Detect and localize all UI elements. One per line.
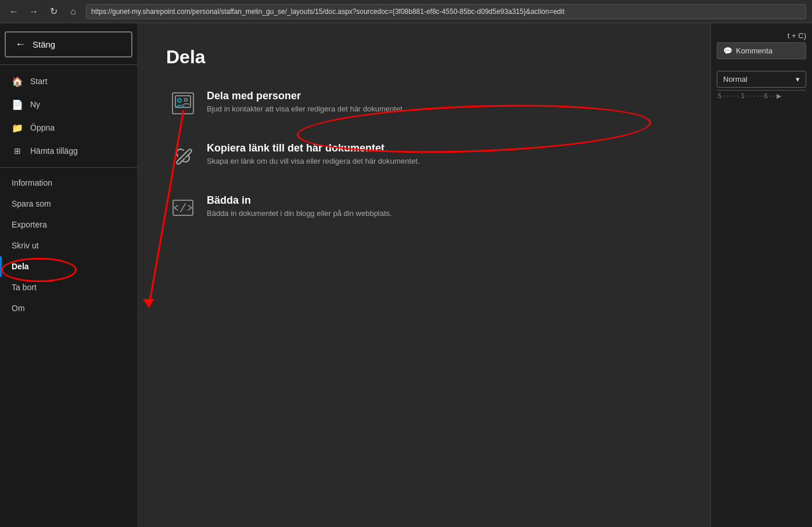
- share-option-text-3: Bädda in Bädda in dokumentet i din blogg…: [207, 194, 392, 218]
- share-option-badda-in[interactable]: Bädda in Bädda in dokumentet i din blogg…: [166, 190, 681, 225]
- ruler-bar: 5 · · · · · 1 · · · · · 6 · · ▶: [717, 90, 806, 102]
- home-icon: 🏠: [12, 75, 23, 87]
- share-people-icon: [171, 91, 195, 115]
- svg-marker-6: [143, 299, 155, 308]
- addins-icon: ⊞: [12, 145, 23, 157]
- chevron-down-icon: ▾: [796, 75, 800, 84]
- right-panel: t + C) 💬 Kommenta Normal ▾ 5 · · · · · 1…: [710, 23, 812, 527]
- kommentera-label: Kommenta: [736, 46, 773, 55]
- ruler-text: 5 · · · · · 1 · · · · · 6 · · ▶: [718, 92, 781, 100]
- sidebar-item-label: Ta bort: [12, 283, 37, 292]
- comment-icon: 💬: [723, 46, 732, 55]
- sidebar-item-label: Information: [12, 178, 52, 187]
- share-option-text: Dela med personer Bjud in kontakter att …: [207, 90, 404, 113]
- refresh-button[interactable]: ↻: [45, 3, 62, 20]
- sidebar-item-label: Dela: [12, 262, 29, 271]
- sidebar-item-ta-bort[interactable]: Ta bort: [0, 277, 137, 298]
- sidebar-item-start[interactable]: 🏠 Start: [0, 70, 137, 93]
- new-doc-icon: 📄: [12, 99, 23, 110]
- share-option-text-2: Kopiera länk till det här dokumentet Ska…: [207, 142, 419, 165]
- sidebar-item-information[interactable]: Information: [0, 172, 137, 193]
- sidebar-item-label: Exportera: [12, 220, 47, 229]
- browser-bar: ← → ↻ ⌂ https://gunet-my.sharepoint.com/…: [0, 0, 812, 23]
- share-option-description-2: Skapa en länk om du vill visa eller redi…: [207, 157, 419, 165]
- sidebar-item-label: Öppna: [30, 123, 55, 132]
- url-text: https://gunet-my.sharepoint.com/personal…: [91, 8, 565, 16]
- sidebar: ← Stäng 🏠 Start 📄 Ny 📁 Öppna ⊞ Hämta til…: [0, 23, 137, 527]
- svg-point-2: [178, 99, 181, 102]
- content-area: Dela Dela med personer Bjud in kontakter…: [137, 23, 710, 527]
- share-option-title: Dela med personer: [207, 90, 404, 102]
- browser-nav: ← → ↻ ⌂: [6, 3, 81, 20]
- embed-icon: [171, 196, 195, 220]
- share-option-title-2: Kopiera länk till det här dokumentet: [207, 142, 419, 154]
- sidebar-divider: [0, 64, 137, 65]
- shortcut-hint: t + C): [717, 29, 806, 42]
- sidebar-item-ny[interactable]: 📄 Ny: [0, 93, 137, 116]
- sidebar-divider-2: [0, 167, 137, 168]
- sidebar-item-label: Spara som: [12, 199, 51, 208]
- forward-button[interactable]: →: [26, 3, 42, 20]
- copy-link-icon: [171, 143, 195, 168]
- sidebar-item-label: Start: [30, 77, 48, 86]
- share-option-description-3: Bädda in dokumentet i din blogg eller på…: [207, 209, 392, 218]
- folder-icon: 📁: [12, 122, 23, 133]
- sidebar-item-label: Ny: [30, 100, 40, 109]
- sidebar-item-label: Om: [12, 304, 25, 313]
- share-option-title-3: Bädda in: [207, 194, 392, 207]
- sidebar-item-exportera[interactable]: Exportera: [0, 214, 137, 235]
- share-option-description: Bjud in kontakter att visa eller rediger…: [207, 104, 404, 113]
- back-button[interactable]: ←: [6, 3, 22, 20]
- sidebar-item-oppna[interactable]: 📁 Öppna: [0, 116, 137, 139]
- sidebar-item-label: Skriv ut: [12, 241, 39, 250]
- share-option-dela-med-personer[interactable]: Dela med personer Bjud in kontakter att …: [166, 85, 681, 120]
- sidebar-item-label: Hämta tillägg: [30, 146, 78, 156]
- main-layout: ← Stäng 🏠 Start 📄 Ny 📁 Öppna ⊞ Hämta til…: [0, 23, 812, 527]
- home-button[interactable]: ⌂: [65, 3, 81, 20]
- kommentera-button[interactable]: 💬 Kommenta: [717, 42, 806, 59]
- sidebar-item-dela[interactable]: Dela: [0, 256, 137, 277]
- sidebar-item-skriv-ut[interactable]: Skriv ut: [0, 235, 137, 256]
- sidebar-item-hamta-tillagg[interactable]: ⊞ Hämta tillägg: [0, 139, 137, 163]
- close-button[interactable]: ← Stäng: [5, 31, 132, 57]
- sidebar-item-om[interactable]: Om: [0, 298, 137, 319]
- address-bar[interactable]: https://gunet-my.sharepoint.com/personal…: [86, 4, 806, 19]
- svg-point-3: [185, 99, 188, 102]
- style-dropdown[interactable]: Normal ▾: [717, 71, 806, 88]
- page-title: Dela: [166, 46, 681, 68]
- style-label: Normal: [723, 75, 748, 84]
- share-option-kopiera-lank[interactable]: Kopiera länk till det här dokumentet Ska…: [166, 138, 681, 172]
- close-label: Stäng: [33, 39, 55, 49]
- sidebar-item-spara-som[interactable]: Spara som: [0, 193, 137, 214]
- back-arrow-icon: ←: [15, 38, 26, 50]
